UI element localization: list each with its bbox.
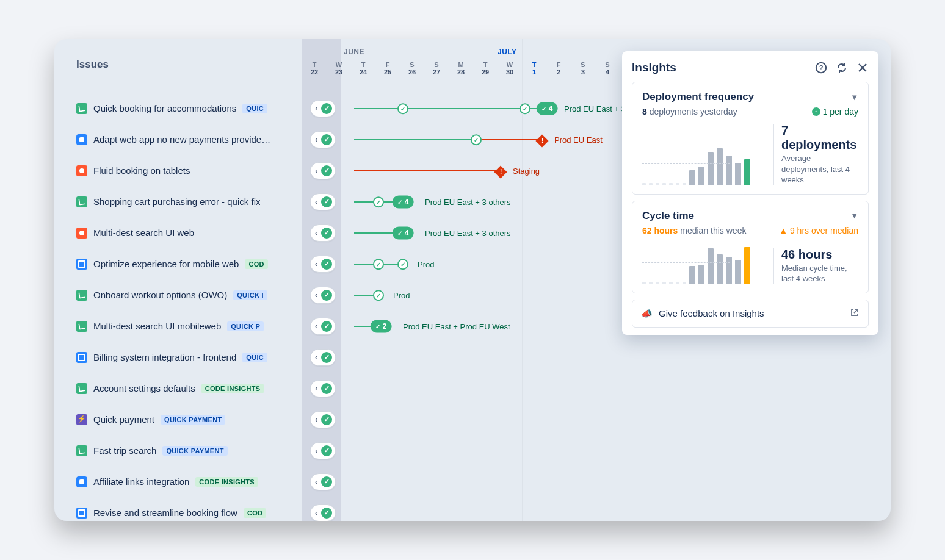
story-icon [76, 445, 87, 456]
issue-title: Quick payment [93, 414, 154, 425]
chevron-left-icon: ‹ [314, 291, 319, 300]
issue-title: Revise and streamline booking flow [93, 508, 237, 518]
chevron-left-icon: ‹ [314, 260, 319, 268]
collapse-pill[interactable]: ‹ [310, 442, 336, 459]
story-icon [76, 321, 87, 332]
deployment-count-pill: 4 [393, 195, 414, 208]
chevron-left-icon: ‹ [314, 322, 319, 331]
svg-text:?: ? [819, 64, 824, 71]
collapse-pill[interactable]: ‹ [310, 256, 336, 273]
bug-icon [76, 165, 87, 176]
help-icon[interactable]: ? [815, 62, 827, 74]
chevron-down-icon[interactable]: ▼ [850, 93, 858, 102]
deployment-frequency-card[interactable]: Deployment frequency ▼ 8 deployments yes… [632, 82, 869, 195]
cycle-time-card[interactable]: Cycle time ▼ 62 hours median this week ▲… [632, 201, 869, 293]
collapse-pill[interactable]: ‹ [310, 473, 336, 490]
month-label-july: JULY [498, 48, 517, 56]
chart-bar [744, 159, 750, 185]
external-link-icon [850, 307, 860, 320]
collapse-pill[interactable]: ‹ [310, 318, 336, 335]
deployments-view: Issues Quick booking for accommodationsQ… [54, 39, 891, 521]
issue-title: Fast trip search [93, 445, 156, 456]
check-icon [321, 445, 332, 456]
day-column: F2 [546, 61, 571, 76]
chevron-left-icon: ‹ [314, 478, 319, 486]
story-icon [76, 103, 87, 114]
refresh-icon[interactable] [836, 62, 848, 74]
issue-badge: QUICK PAYMENT [162, 446, 227, 456]
check-outline-icon [520, 103, 530, 114]
cycle-card-title: Cycle time [642, 210, 694, 222]
timeline-segment [403, 108, 525, 109]
error-diamond-icon: ! [535, 134, 548, 147]
issue-row[interactable]: Shopping cart purchasing error - quick f… [76, 186, 302, 217]
collapse-pill[interactable]: ‹ [310, 193, 336, 210]
feature-icon [76, 476, 87, 487]
issue-title: Optimize experience for mobile web [93, 259, 239, 269]
issue-row[interactable]: Fluid booking on tablets [76, 155, 302, 186]
day-column: S26 [400, 61, 424, 76]
close-icon[interactable] [856, 62, 869, 74]
issue-badge: QUICK I [233, 290, 267, 300]
collapse-pill[interactable]: ‹ [310, 380, 336, 397]
issue-row[interactable]: Optimize experience for mobile webCOD [76, 248, 302, 279]
feedback-link[interactable]: 📣Give feedback on Insights [632, 300, 869, 328]
day-column: W23 [327, 61, 351, 76]
issue-row[interactable]: Account settings defaultsCODE INSIGHTS [76, 373, 302, 404]
day-column: S27 [424, 61, 449, 76]
collapse-pill[interactable]: ‹ [310, 162, 336, 179]
collapse-pill[interactable]: ‹ [310, 224, 336, 242]
deploy-delta: ↑1 per day [812, 107, 858, 117]
chart-bar [689, 170, 695, 185]
insights-panel: Insights ? Deployment frequency ▼ 8 depl… [622, 51, 878, 335]
collapse-pill[interactable]: ‹ [310, 504, 336, 522]
collapse-pill[interactable]: ‹ [310, 287, 336, 304]
timeline-row: ‹ [302, 373, 891, 404]
chevron-left-icon: ‹ [314, 447, 319, 455]
story-icon [76, 383, 87, 394]
collapse-pill[interactable]: ‹ [310, 131, 336, 148]
chevron-down-icon[interactable]: ▼ [850, 211, 858, 220]
day-column: W30 [498, 61, 522, 76]
deploy-count-number: 8 [642, 107, 647, 117]
environment-label: Staging [513, 166, 540, 175]
issues-list: Quick booking for accommodationsQUICAdap… [76, 93, 302, 521]
issue-row[interactable]: Multi-dest search UI mobilewebQUICK P [76, 311, 302, 342]
chevron-left-icon: ‹ [314, 353, 319, 362]
bug-icon [76, 228, 87, 239]
issue-row[interactable]: Affiliate links integrationCODE INSIGHTS [76, 466, 302, 497]
collapse-pill[interactable]: ‹ [310, 349, 336, 366]
task-icon [76, 352, 87, 363]
collapse-pill[interactable]: ‹ [310, 100, 336, 117]
day-column: T22 [302, 61, 327, 76]
cycle-warning: ▲ 9 hrs over median [779, 226, 858, 235]
chart-bar [698, 167, 704, 185]
chart-bar [744, 247, 750, 284]
story-icon [76, 196, 87, 207]
chevron-left-icon: ‹ [314, 135, 319, 144]
chart-bar [726, 257, 732, 284]
timeline-segment [476, 139, 540, 140]
issue-row[interactable]: Quick booking for accommodationsQUIC [76, 93, 302, 124]
issue-title: Account settings defaults [93, 383, 195, 393]
cycle-metric-big: 46 hours [781, 248, 858, 262]
issue-row[interactable]: Billing system integration - frontendQUI… [76, 342, 302, 373]
task-icon [76, 508, 87, 519]
collapse-pill[interactable]: ‹ [310, 411, 336, 428]
day-column: T24 [351, 61, 375, 76]
issue-row[interactable]: Multi-dest search UI web [76, 217, 302, 248]
issue-row[interactable]: Fast trip searchQUICK PAYMENT [76, 435, 302, 466]
issue-badge: QUIC [242, 104, 267, 113]
issue-row[interactable]: Revise and streamline booking flowCOD [76, 497, 302, 521]
day-column: T1 [522, 61, 546, 76]
check-outline-icon [373, 196, 384, 207]
issue-row[interactable]: Quick paymentQUICK PAYMENT [76, 404, 302, 435]
chart-bar [708, 248, 714, 284]
check-icon [321, 508, 332, 519]
issue-row[interactable]: Adapt web app no new payments provide… [76, 124, 302, 155]
feedback-text: Give feedback on Insights [659, 308, 764, 318]
issue-row[interactable]: Onboard workout options (OWO)QUICK I [76, 279, 302, 311]
issue-badge: QUICK PAYMENT [161, 415, 225, 425]
chart-bar [698, 265, 704, 284]
chart-bar [735, 163, 741, 185]
